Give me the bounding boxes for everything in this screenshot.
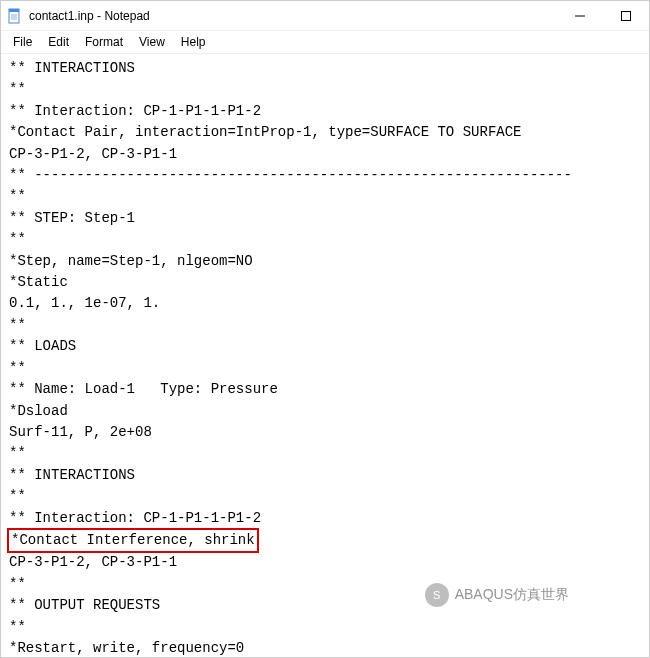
editor-line: ** — [9, 617, 641, 638]
maximize-button[interactable] — [603, 1, 649, 31]
editor-line: *Dsload — [9, 401, 641, 422]
minimize-button[interactable] — [557, 1, 603, 31]
editor-line: *Contact Interference, shrink — [9, 529, 641, 552]
editor-line: ** — [9, 79, 641, 100]
editor-line: 0.1, 1., 1e-07, 1. — [9, 293, 641, 314]
watermark-icon: S — [425, 583, 449, 607]
menu-help[interactable]: Help — [173, 33, 214, 51]
menu-edit[interactable]: Edit — [40, 33, 77, 51]
editor-line: *Static — [9, 272, 641, 293]
editor-line: ** INTERACTIONS — [9, 465, 641, 486]
editor-line: ** — [9, 186, 641, 207]
editor-line: ** INTERACTIONS — [9, 58, 641, 79]
editor-line: ** Interaction: CP-1-P1-1-P1-2 — [9, 101, 641, 122]
editor-line: CP-3-P1-2, CP-3-P1-1 — [9, 552, 641, 573]
editor-line: ** — [9, 443, 641, 464]
menu-format[interactable]: Format — [77, 33, 131, 51]
editor-line: ** — [9, 358, 641, 379]
titlebar: contact1.inp - Notepad — [1, 1, 649, 31]
editor-line: ** LOADS — [9, 336, 641, 357]
editor-line: ** -------------------------------------… — [9, 165, 641, 186]
editor-line: ** Interaction: CP-1-P1-1-P1-2 — [9, 508, 641, 529]
editor-line: *Restart, write, frequency=0 — [9, 638, 641, 657]
text-editor-area[interactable]: ** INTERACTIONS**** Interaction: CP-1-P1… — [1, 54, 649, 657]
highlighted-text: *Contact Interference, shrink — [7, 528, 259, 553]
menu-view[interactable]: View — [131, 33, 173, 51]
notepad-icon — [7, 8, 23, 24]
editor-line: Surf-11, P, 2e+08 — [9, 422, 641, 443]
editor-line: ** Name: Load-1 Type: Pressure — [9, 379, 641, 400]
watermark: S ABAQUS仿真世界 — [425, 583, 569, 607]
editor-line: CP-3-P1-2, CP-3-P1-1 — [9, 144, 641, 165]
menu-file[interactable]: File — [5, 33, 40, 51]
menubar: File Edit Format View Help — [1, 31, 649, 54]
window-title: contact1.inp - Notepad — [29, 9, 557, 23]
editor-line: ** — [9, 486, 641, 507]
svg-rect-6 — [622, 11, 631, 20]
editor-line: *Step, name=Step-1, nlgeom=NO — [9, 251, 641, 272]
editor-line: ** — [9, 315, 641, 336]
editor-line: *Contact Pair, interaction=IntProp-1, ty… — [9, 122, 641, 143]
editor-line: ** — [9, 229, 641, 250]
svg-rect-1 — [9, 9, 19, 12]
watermark-text: ABAQUS仿真世界 — [455, 586, 569, 604]
editor-line: ** STEP: Step-1 — [9, 208, 641, 229]
window-buttons — [557, 1, 649, 31]
